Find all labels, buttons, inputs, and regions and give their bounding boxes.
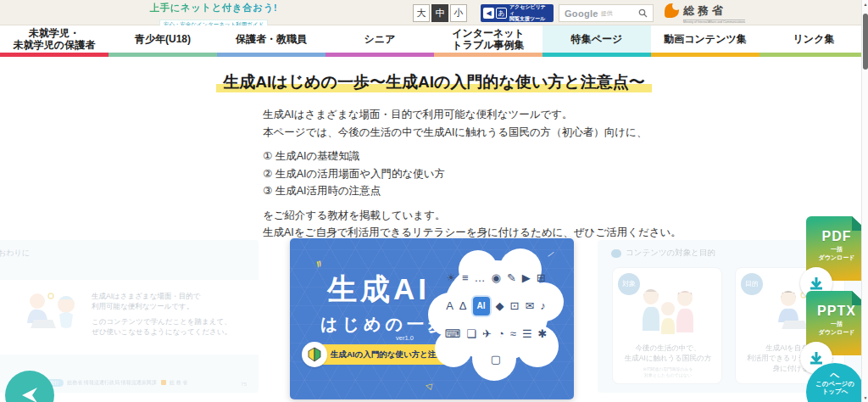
nav-tab-trouble-cases[interactable]: インターネット トラブル事例集 bbox=[434, 25, 542, 57]
clock-calendar-icon: ⊞ bbox=[537, 271, 546, 285]
text-size-medium-button[interactable]: 中 bbox=[431, 4, 448, 22]
site-logo-title: 上手にネットと付き合おう! bbox=[142, 2, 285, 14]
heading-bullet-icon bbox=[611, 249, 621, 258]
cover-title: 生成AI bbox=[327, 270, 430, 310]
vertical-scrollbar[interactable]: ▲ ▼ bbox=[861, 0, 868, 402]
chevron-up-icon: ヘ bbox=[806, 371, 864, 380]
monitor-icon: ▢ bbox=[491, 353, 501, 366]
family-illustration bbox=[613, 287, 723, 339]
target-card: 対象 今後の生活の中で、 生成AIに触れうる国民の方 ※IT関連の専門職等のみを… bbox=[612, 267, 722, 384]
gift-icon: ⊡ bbox=[510, 299, 520, 313]
nav-tab-guardians[interactable]: 保護者・教職員 bbox=[217, 25, 326, 57]
page-title: 生成AIはじめの一歩〜生成AIの入門的な使い方と注意点〜 bbox=[0, 71, 868, 93]
nav-tab-youth[interactable]: 青少年(U18) bbox=[108, 25, 217, 57]
speaker-icon: ◀ bbox=[483, 8, 494, 19]
ministry-logo-link[interactable]: 総務省 Ministry of Internal Affairs and Com… bbox=[665, 3, 745, 24]
carousel-slide-conclusion[interactable]: おわりに 生成AIはさまざまな場面・目的で 利用可能な便利なツールです。 このコ… bbox=[0, 240, 259, 393]
soumu-icon bbox=[665, 3, 679, 18]
ai-chip-icon: AI bbox=[473, 297, 490, 315]
brain-icon: ✱ bbox=[538, 327, 548, 341]
text-size-controls: 大 中 小 bbox=[413, 4, 467, 22]
google-logo: Google bbox=[565, 8, 598, 19]
scroll-up-arrow[interactable]: ▲ bbox=[862, 2, 868, 7]
accessibility-label: アクセシビリティ 閲覧支援ツール bbox=[509, 4, 551, 22]
pdf-download-button[interactable]: PDF 一括 ダウンロード bbox=[800, 216, 868, 301]
yellow-triangle-doodle-icon: ◁ bbox=[425, 380, 433, 391]
nav-tab-featured-pages[interactable]: 特集ページ bbox=[542, 25, 651, 57]
search-icon[interactable] bbox=[638, 8, 648, 18]
intro-line: ③ 生成AI活用時の注意点 bbox=[263, 182, 682, 200]
page: 上手にネットと付き合おう! 安心・安全なインターネット利用ガイド 大 中 小 ◀… bbox=[0, 0, 868, 402]
target-caption: 今後の生活の中で、 生成AIに触れうる国民の方 bbox=[613, 343, 723, 363]
scales-icon: Δ bbox=[459, 299, 467, 313]
nav-tab-preschool[interactable]: 未就学児・ 未就学児の保護者 bbox=[0, 25, 108, 57]
slide-page-number: 75 bbox=[241, 382, 247, 387]
document-pen-icon: ☰ bbox=[522, 327, 532, 341]
text-size-small-button[interactable]: 小 bbox=[450, 4, 467, 22]
beginner-mark-icon bbox=[302, 342, 327, 367]
cloud-icons: ☀≡…◉✎▶⊞AΔAI◆⊡✉♪⌨❏✈◔≈☰✱▢ bbox=[440, 267, 552, 371]
person-laptop-illustration bbox=[19, 289, 86, 337]
ministry-name: 総務省 bbox=[683, 3, 745, 19]
scroll-down-arrow[interactable]: ▼ bbox=[862, 395, 868, 400]
text-size-large-button[interactable]: 大 bbox=[413, 4, 430, 22]
video-player-icon: ▶ bbox=[522, 271, 531, 285]
soumu-mini-logo-icon bbox=[161, 380, 166, 385]
intro-line: ② 生成AIの活用場面や入門的な使い方 bbox=[263, 165, 682, 183]
slide-heading: コンテンツの対象と目的 bbox=[626, 248, 715, 259]
intro-line: 生成AIをご自身で利活用できるリテラシーを身に付けるために、ぜひご活用ください。 bbox=[263, 224, 682, 242]
slide-text: 生成AIはさまざまな場面・目的で 利用可能な便利なツールです。 このコンテンツで… bbox=[92, 291, 231, 337]
laptop-icon: ⌨ bbox=[445, 327, 461, 341]
idea-cloud: ☀≡…◉✎▶⊞AΔAI◆⊡✉♪⌨❏✈◔≈☰✱▢ bbox=[428, 252, 564, 386]
pie-chart-icon: ◔ bbox=[498, 327, 504, 341]
google-search-box[interactable]: Google 提供 bbox=[559, 4, 654, 22]
main-navigation: 未就学児・ 未就学児の保護者 青少年(U18) 保護者・教職員 シニア インター… bbox=[0, 25, 868, 57]
translate-icon: A bbox=[446, 299, 453, 313]
airplane-icon: ✈ bbox=[482, 327, 492, 341]
slide-heading-row: コンテンツの対象と目的 bbox=[611, 248, 715, 259]
slide-heading: おわりに bbox=[0, 248, 30, 259]
chat-bubbles-icon: … bbox=[475, 271, 486, 285]
target-note: ※IT関連の専門職等のみを 対象としたものではない bbox=[613, 366, 723, 378]
intro-line: 本ページでは、今後の生活の中で生成AIに触れうる国民の方（初心者）向けに、 bbox=[263, 124, 682, 142]
paint-brush-icon: ✎ bbox=[507, 271, 516, 285]
graduation-cap-icon: ◆ bbox=[496, 299, 504, 313]
music-notes-icon: ♪ bbox=[540, 299, 546, 313]
carousel-slide-cover[interactable]: 〃 〳 生成AI はじめの一歩 ver1.0 生成AIの入門的な使い方と注意点 … bbox=[290, 238, 574, 399]
intro-line: をご紹介する教材を掲載しています。 bbox=[263, 207, 682, 225]
speech-icon: ✉ bbox=[525, 299, 534, 313]
nav-tab-senior[interactable]: シニア bbox=[326, 25, 434, 57]
kana-icon: あ bbox=[496, 8, 507, 19]
accessibility-tool-button[interactable]: ◀ あ アクセシビリティ 閲覧支援ツール bbox=[481, 4, 554, 22]
sparkle-doodle-icon: 〃 bbox=[311, 255, 326, 273]
scrollbar-thumb[interactable] bbox=[863, 14, 868, 70]
ministry-text: 総務省 Ministry of Internal Affairs and Com… bbox=[683, 3, 745, 24]
intro-line: ① 生成AIの基礎知識 bbox=[263, 148, 682, 165]
nav-tab-video-contents[interactable]: 動画コンテンツ集 bbox=[651, 25, 760, 57]
search-placeholder: 提供 bbox=[601, 9, 638, 18]
cover-version: ver1.0 bbox=[396, 334, 414, 342]
nav-tab-links[interactable]: リンク集 bbox=[760, 25, 868, 57]
camera-icon: ◉ bbox=[492, 271, 501, 285]
ministry-subtitle: Ministry of Internal Affairs and Communi… bbox=[683, 20, 745, 24]
line-chart-icon: ≈ bbox=[510, 327, 516, 341]
prev-arrow-icon bbox=[19, 386, 40, 402]
intro-text: 生成AIはさまざまな場面・目的で利用可能な便利なツールです。 本ページでは、今後… bbox=[263, 106, 682, 242]
intro-line: 生成AIはさまざまな場面・目的で利用可能な便利なツールです。 bbox=[263, 106, 682, 124]
book-search-icon: ≡ bbox=[462, 271, 469, 285]
blocks-icon: ❏ bbox=[466, 327, 476, 341]
top-utility-bar: 上手にネットと付き合おう! 安心・安全なインターネット利用ガイド 大 中 小 ◀… bbox=[0, 0, 868, 25]
lightbulb-icon: ☀ bbox=[446, 271, 456, 285]
